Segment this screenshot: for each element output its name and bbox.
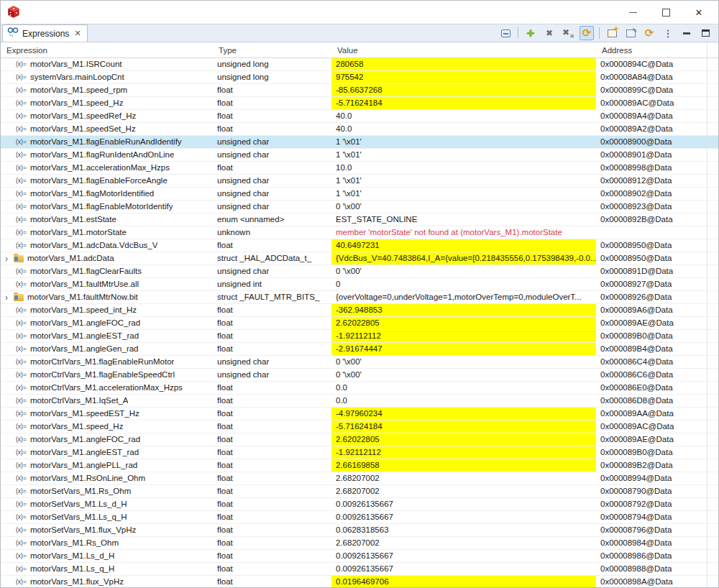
table-row[interactable]: motorVars_M1.angleFOC_radfloat2.62022805… <box>1 433 718 446</box>
value-cell[interactable]: -2.91674447 <box>331 343 596 355</box>
table-row[interactable]: motorVars_M1.flagMotorIdentifiedunsigned… <box>1 188 718 201</box>
scrollbar-track[interactable] <box>707 42 707 588</box>
table-row[interactable]: motorVars_M1.flagEnableRunAndIdentifyuns… <box>1 136 718 149</box>
table-row[interactable]: motorVars_M1.Ls_d_Hfloat0.009261356670x0… <box>1 550 718 563</box>
value-cell[interactable]: -85.6637268 <box>331 84 596 96</box>
value-cell[interactable]: 0.00926135667 <box>331 550 596 562</box>
value-cell[interactable]: 2.68207002 <box>331 472 596 484</box>
table-row[interactable]: motorCtrlVars_M1.accelerationMax_Hzpsflo… <box>1 382 718 395</box>
value-cell[interactable]: 0 '\x00' <box>331 369 596 381</box>
table-row[interactable]: motorVars_M1.flux_VpHzfloat0.01964697060… <box>1 576 718 588</box>
column-header-address[interactable]: Address <box>596 46 718 55</box>
remove-all-expressions-button[interactable] <box>561 26 575 40</box>
table-row[interactable]: motorVars_M1.faultMtrUse.allunsigned int… <box>1 278 718 291</box>
value-cell[interactable]: 0 '\x00' <box>331 201 596 213</box>
value-cell[interactable]: {VdcBus_V=40.7483864,I_A={value=[0.21843… <box>331 252 596 265</box>
table-row[interactable]: motorVars_M1.estStateenum <unnamed>EST_S… <box>1 213 718 226</box>
expression-cell[interactable]: motorVars_M1.angleFOC_rad <box>1 433 213 446</box>
value-cell[interactable]: 1 '\x01' <box>331 149 596 161</box>
table-row[interactable]: motorVars_M1.RsOnLine_Ohmfloat2.68207002… <box>1 472 718 485</box>
value-cell[interactable]: -1.92112112 <box>331 446 596 459</box>
table-row[interactable]: motorCtrlVars_M1.flagEnableRunMotorunsig… <box>1 356 718 369</box>
refresh-button[interactable] <box>642 26 656 40</box>
table-row[interactable]: motorVars_M1.adcData.VdcBus_Vfloat40.649… <box>1 239 718 252</box>
expression-cell[interactable]: motorSetVars_M1.flux_VpHz <box>1 524 213 536</box>
value-cell[interactable]: -4.97960234 <box>331 408 596 420</box>
tab-expressions[interactable]: Expressions <box>2 24 88 42</box>
expression-cell[interactable]: motorVars_M1.flagEnableForceAngle <box>1 175 213 187</box>
expression-cell[interactable]: systemVars.mainLoopCnt <box>1 71 213 83</box>
table-row[interactable]: motorVars_M1.accelerationMax_Hzpsfloat10… <box>1 162 718 175</box>
pin-view-button[interactable] <box>623 26 638 40</box>
table-row[interactable]: motorVars_M1.speedSet_Hzfloat40.00x00008… <box>1 123 718 136</box>
table-row[interactable]: motorVars_M1.flagEnableMotorIdentifyunsi… <box>1 201 718 213</box>
expression-cell[interactable]: motorSetVars_M1.Ls_d_H <box>1 498 213 510</box>
table-row[interactable]: systemVars.mainLoopCntunsigned long97554… <box>1 71 718 84</box>
table-row[interactable]: motorVars_M1.speed_Hzfloat-5.716241840x0… <box>1 421 718 433</box>
expression-cell[interactable]: motorVars_M1.speedEST_Hz <box>1 408 213 420</box>
value-cell[interactable]: 0.0196469706 <box>331 576 596 588</box>
expression-cell[interactable]: motorVars_M1.flagClearFaults <box>1 265 213 277</box>
expression-cell[interactable]: motorVars_M1.adcData.VdcBus_V <box>1 239 213 252</box>
table-row[interactable]: motorVars_M1.flagEnableForceAngleunsigne… <box>1 175 718 188</box>
value-cell[interactable]: -362.948853 <box>331 304 596 316</box>
value-cell[interactable]: 0.0 <box>331 382 596 394</box>
value-cell[interactable]: -5.71624184 <box>331 421 596 433</box>
table-row[interactable]: motorVars_M1.angleEST_radfloat-1.9211211… <box>1 446 718 459</box>
expression-cell[interactable]: motorVars_M1.accelerationMax_Hzps <box>1 162 213 174</box>
value-cell[interactable]: 1 '\x01' <box>331 136 596 148</box>
expression-cell[interactable]: motorSetVars_M1.Rs_Ohm <box>1 485 213 497</box>
table-row[interactable]: motorSetVars_M1.Ls_d_Hfloat0.00926135667… <box>1 498 718 511</box>
expand-chevron-icon[interactable] <box>5 253 12 265</box>
minimize-window-icon[interactable] <box>616 1 649 23</box>
table-row[interactable]: motorVars_M1.flagRunIdentAndOnLineunsign… <box>1 149 718 162</box>
value-cell[interactable]: -5.71624184 <box>331 97 596 109</box>
value-cell[interactable]: 0.00926135667 <box>331 563 596 575</box>
value-cell[interactable]: EST_STATE_ONLINE <box>331 213 596 226</box>
expression-cell[interactable]: motorCtrlVars_M1.flagEnableRunMotor <box>1 356 213 368</box>
value-cell[interactable]: {overVoltage=0,underVoltage=1,motorOverT… <box>331 291 596 303</box>
value-cell[interactable]: 40.0 <box>331 123 596 135</box>
expression-cell[interactable]: motorVars_M1.adcData <box>1 252 213 265</box>
value-cell[interactable]: -1.92112112 <box>331 330 596 342</box>
close-window-icon[interactable] <box>682 1 715 23</box>
table-row[interactable]: motorVars_M1.angleGen_radfloat-2.9167444… <box>1 343 718 356</box>
value-cell[interactable]: 0 '\x00' <box>331 356 596 368</box>
expression-cell[interactable]: motorSetVars_M1.Ls_q_H <box>1 511 213 523</box>
table-row[interactable]: motorVars_M1.angleFOC_radfloat2.62022805… <box>1 317 718 330</box>
expression-cell[interactable]: motorVars_M1.angleEST_rad <box>1 446 213 459</box>
add-expression-button[interactable] <box>523 26 538 40</box>
expression-cell[interactable]: motorVars_M1.flagEnableRunAndIdentify <box>1 136 213 148</box>
table-row[interactable]: motorSetVars_M1.Ls_q_Hfloat0.00926135667… <box>1 511 718 524</box>
value-cell[interactable]: 0.00926135667 <box>331 511 596 523</box>
expression-cell[interactable]: motorVars_M1.flagEnableMotorIdentify <box>1 201 213 213</box>
titlebar[interactable] <box>1 1 718 24</box>
table-row[interactable]: motorVars_M1.motorStateunknownmember 'mo… <box>1 226 718 239</box>
table-row[interactable]: motorVars_M1.speed_int_Hzfloat-362.94885… <box>1 304 718 317</box>
expand-chevron-icon[interactable] <box>5 292 12 303</box>
value-cell[interactable]: 1 '\x01' <box>331 175 596 187</box>
expression-cell[interactable]: motorVars_M1.angleGen_rad <box>1 343 213 355</box>
minimize-view-button[interactable] <box>679 26 694 40</box>
column-header-expression[interactable]: Expression <box>1 46 213 55</box>
value-cell[interactable]: 1 '\x01' <box>331 188 596 200</box>
expression-cell[interactable]: motorVars_M1.angleFOC_rad <box>1 317 213 329</box>
table-row[interactable]: motorVars_M1.anglePLL_radfloat2.66169858… <box>1 459 718 472</box>
value-cell[interactable]: 2.66169858 <box>331 459 596 472</box>
value-cell[interactable]: 2.68207002 <box>331 537 596 549</box>
expression-cell[interactable]: motorVars_M1.speed_int_Hz <box>1 304 213 316</box>
remove-expression-button[interactable] <box>542 26 557 40</box>
table-row[interactable]: motorVars_M1.speed_rpmfloat-85.66372680x… <box>1 84 718 97</box>
expression-cell[interactable]: motorCtrlVars_M1.accelerationMax_Hzps <box>1 382 213 394</box>
column-header-type[interactable]: Type <box>213 46 331 55</box>
expression-cell[interactable]: motorVars_M1.speedSet_Hz <box>1 123 213 135</box>
table-row[interactable]: motorVars_M1.speedRef_Hzfloat40.00x00008… <box>1 110 718 123</box>
expression-cell[interactable]: motorVars_M1.Rs_Ohm <box>1 537 213 549</box>
expression-cell[interactable]: motorVars_M1.angleEST_rad <box>1 330 213 342</box>
value-cell[interactable]: 0.0 <box>331 395 596 407</box>
table-row[interactable]: motorVars_M1.speedEST_Hzfloat-4.97960234… <box>1 408 718 421</box>
value-cell[interactable]: 2.62022805 <box>331 433 596 446</box>
expression-cell[interactable]: motorVars_M1.faultMtrUse.all <box>1 278 213 290</box>
table-row[interactable]: motorVars_M1.Rs_Ohmfloat2.682070020x0000… <box>1 537 718 550</box>
value-cell[interactable]: 40.6497231 <box>331 239 596 252</box>
